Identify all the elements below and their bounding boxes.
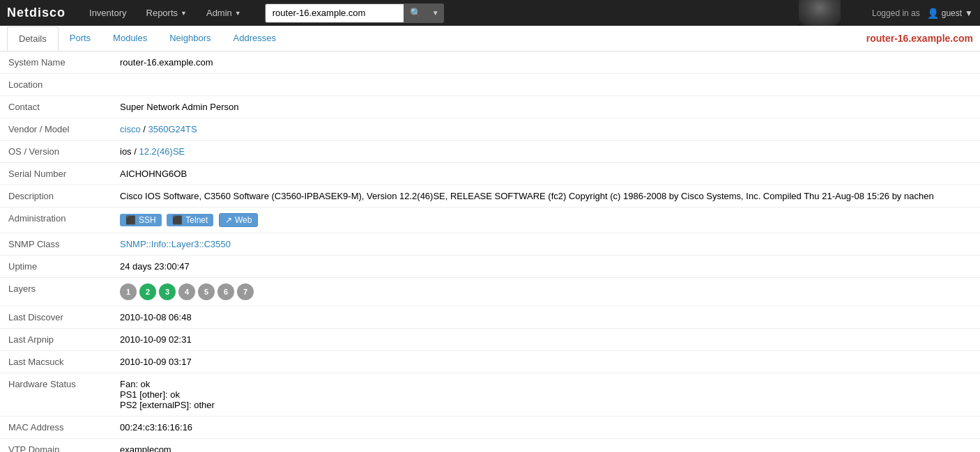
hw-status-line-2: PS1 [other]: ok	[120, 389, 972, 400]
ssh-badge[interactable]: ⬛ SSH	[120, 214, 162, 226]
layer-5: 5	[198, 283, 215, 300]
label-system-name: System Name	[0, 52, 112, 74]
search-dropdown-button[interactable]: ▼	[428, 3, 444, 23]
row-last-macsuck: Last Macsuck 2010-10-09 03:17	[0, 351, 980, 373]
detail-table: System Name router-16.example.com Locati…	[0, 52, 980, 452]
label-vtp-domain: VTP Domain	[0, 439, 112, 453]
row-vendor-model: Vendor / Model cisco / 3560G24TS	[0, 118, 980, 141]
web-badge[interactable]: ↗ Web	[219, 213, 258, 227]
label-last-arpnip: Last Arpnip	[0, 329, 112, 351]
nav-reports[interactable]: Reports ▼	[137, 0, 197, 26]
tab-ports[interactable]: Ports	[59, 26, 102, 52]
hw-status-line-1: Fan: ok	[120, 379, 972, 389]
telnet-icon: ⬛	[172, 215, 183, 225]
nav-admin[interactable]: Admin ▼	[197, 0, 251, 26]
brand: Netdisco	[7, 6, 66, 20]
model-link[interactable]: 3560G24TS	[148, 124, 197, 134]
user-dropdown-arrow: ▼	[965, 8, 973, 18]
layer-1: 1	[120, 283, 137, 300]
value-system-name: router-16.example.com	[112, 52, 980, 74]
value-contact: Super Network Admin Person	[112, 96, 980, 118]
hw-status-line-3: PS2 [externalPS]: other	[120, 400, 972, 410]
logged-in-label: Logged in as	[872, 8, 920, 18]
row-last-discover: Last Discover 2010-10-08 06:48	[0, 306, 980, 329]
layer-7: 7	[237, 283, 254, 300]
tabs-device-name: router-16.example.com	[866, 26, 973, 51]
label-vendor-model: Vendor / Model	[0, 118, 112, 141]
label-last-discover: Last Discover	[0, 306, 112, 329]
layer-3: 3	[159, 283, 176, 300]
value-description: Cisco IOS Software, C3560 Software (C356…	[112, 185, 980, 208]
row-location: Location	[0, 74, 980, 96]
row-layers: Layers 1 2 3 4 5 6 7	[0, 278, 980, 306]
content-area: System Name router-16.example.com Locati…	[0, 52, 980, 452]
tab-details[interactable]: Details	[7, 26, 59, 51]
value-mac-address: 00:24:c3:16:16:16	[112, 416, 980, 439]
search-button[interactable]: 🔍	[404, 3, 428, 23]
value-os-version: ios / 12.2(46)SE	[112, 141, 980, 163]
search-input[interactable]	[265, 3, 404, 23]
admin-dropdown-arrow: ▼	[235, 10, 241, 17]
label-administration: Administration	[0, 208, 112, 233]
telnet-badge[interactable]: ⬛ Telnet	[167, 214, 213, 226]
web-icon: ↗	[225, 215, 232, 225]
row-mac-address: MAC Address 00:24:c3:16:16:16	[0, 416, 980, 439]
navbar: Netdisco Inventory Reports ▼ Admin ▼ 🔍 ▼…	[0, 0, 980, 26]
user-menu[interactable]: 👤 guest ▼	[927, 8, 973, 19]
label-location: Location	[0, 74, 112, 96]
search-bar: 🔍 ▼	[265, 3, 444, 23]
value-uptime: 24 days 23:00:47	[112, 256, 980, 278]
value-last-discover: 2010-10-08 06:48	[112, 306, 980, 329]
layers-container: 1 2 3 4 5 6 7	[120, 283, 972, 300]
label-mac-address: MAC Address	[0, 416, 112, 439]
value-administration: ⬛ SSH ⬛ Telnet ↗ Web	[112, 208, 980, 233]
value-hardware-status: Fan: ok PS1 [other]: ok PS2 [externalPS]…	[112, 373, 980, 416]
label-contact: Contact	[0, 96, 112, 118]
layer-2: 2	[139, 283, 156, 300]
tab-neighbors[interactable]: Neighbors	[158, 26, 222, 52]
globe-decoration	[799, 0, 841, 26]
row-serial: Serial Number AICHOHNG6OB	[0, 163, 980, 185]
label-os-version: OS / Version	[0, 141, 112, 163]
value-last-arpnip: 2010-10-09 02:31	[112, 329, 980, 351]
value-last-macsuck: 2010-10-09 03:17	[112, 351, 980, 373]
row-administration: Administration ⬛ SSH ⬛ Telnet ↗ Web	[0, 208, 980, 233]
label-description: Description	[0, 185, 112, 208]
tab-addresses[interactable]: Addresses	[222, 26, 287, 52]
user-icon: 👤	[927, 8, 939, 19]
label-snmp: SNMP Class	[0, 233, 112, 256]
row-os-version: OS / Version ios / 12.2(46)SE	[0, 141, 980, 163]
os-value: ios	[120, 146, 132, 157]
label-layers: Layers	[0, 278, 112, 306]
label-uptime: Uptime	[0, 256, 112, 278]
layer-6: 6	[217, 283, 234, 300]
navbar-right: Logged in as 👤 guest ▼	[872, 8, 973, 19]
row-hardware-status: Hardware Status Fan: ok PS1 [other]: ok …	[0, 373, 980, 416]
row-contact: Contact Super Network Admin Person	[0, 96, 980, 118]
label-serial: Serial Number	[0, 163, 112, 185]
terminal-icon: ⬛	[125, 215, 136, 225]
reports-dropdown-arrow: ▼	[181, 10, 187, 17]
value-layers: 1 2 3 4 5 6 7	[112, 278, 980, 306]
value-serial: AICHOHNG6OB	[112, 163, 980, 185]
label-hardware-status: Hardware Status	[0, 373, 112, 416]
layer-4: 4	[178, 283, 195, 300]
row-last-arpnip: Last Arpnip 2010-10-09 02:31	[0, 329, 980, 351]
nav-links: Inventory Reports ▼ Admin ▼	[79, 0, 251, 26]
nav-inventory[interactable]: Inventory	[79, 0, 136, 26]
row-uptime: Uptime 24 days 23:00:47	[0, 256, 980, 278]
label-last-macsuck: Last Macsuck	[0, 351, 112, 373]
row-snmp: SNMP Class SNMP::Info::Layer3::C3550	[0, 233, 980, 256]
version-link[interactable]: 12.2(46)SE	[139, 146, 185, 157]
value-vtp-domain: examplecom	[112, 439, 980, 453]
vendor-link[interactable]: cisco	[120, 124, 141, 134]
row-system-name: System Name router-16.example.com	[0, 52, 980, 74]
row-vtp-domain: VTP Domain examplecom	[0, 439, 980, 453]
value-location	[112, 74, 980, 96]
value-snmp: SNMP::Info::Layer3::C3550	[112, 233, 980, 256]
value-vendor-model: cisco / 3560G24TS	[112, 118, 980, 141]
tabs-bar: Details Ports Modules Neighbors Addresse…	[0, 26, 980, 52]
tab-modules[interactable]: Modules	[102, 26, 158, 52]
row-description: Description Cisco IOS Software, C3560 So…	[0, 185, 980, 208]
snmp-link[interactable]: SNMP::Info::Layer3::C3550	[120, 239, 231, 249]
